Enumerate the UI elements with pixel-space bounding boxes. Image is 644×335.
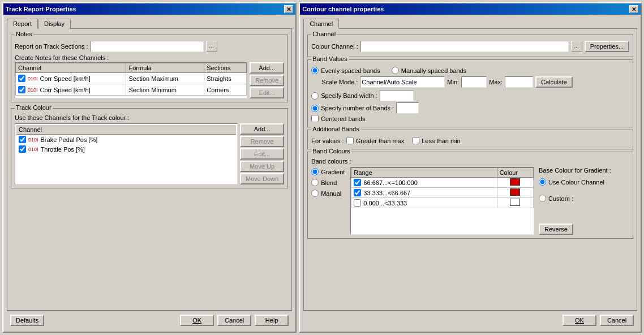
left-help-button[interactable]: Help: [255, 315, 289, 326]
tab-channel[interactable]: Channel: [303, 19, 339, 29]
table-row[interactable]: 010I Corr Speed [km/h] Section Minimum C…: [16, 84, 247, 96]
band-row3-colour-swatch[interactable]: [510, 199, 520, 206]
band-row-1[interactable]: 66.667...<=100.000: [351, 178, 534, 188]
band-row1-colour-swatch[interactable]: [510, 178, 520, 186]
track-report-close-button[interactable]: ✕: [284, 5, 293, 13]
manual-radio-row: Manual: [311, 190, 345, 197]
track-colour-title: Track Colour: [15, 104, 53, 111]
use-channels-label: Use these Channels for the Track colour …: [15, 114, 129, 121]
notes-row1-sections: Straights: [204, 73, 247, 84]
centered-bands-check[interactable]: [311, 115, 319, 122]
band-row-3[interactable]: 0.000...<33.333: [351, 198, 534, 208]
band-col-range: Range: [351, 168, 497, 178]
colour-row1-check[interactable]: [19, 136, 26, 143]
colour-list-header: Channel: [16, 125, 236, 135]
band-colours-label: Band colours :: [311, 158, 351, 165]
contour-close-button[interactable]: ✕: [629, 5, 638, 13]
contour-tab-content: Channel Colour Channel : Brake Pedal Pos…: [303, 28, 637, 311]
track-colour-group: Track Colour Use these Channels for the …: [11, 108, 288, 188]
table-row[interactable]: 010I Corr Speed [km/h] Section Maximum S…: [16, 73, 247, 84]
centered-bands-row: Centered bands: [311, 115, 629, 122]
colour-channel-browse[interactable]: …: [571, 41, 582, 52]
colour-move-down-button[interactable]: Move Down: [240, 173, 284, 184]
centered-bands-label: Centered bands: [321, 115, 365, 122]
left-cancel-button[interactable]: Cancel: [217, 315, 251, 326]
contour-title: Contour channel properties: [302, 6, 384, 12]
reverse-button[interactable]: Reverse: [539, 224, 573, 235]
track-report-content: Report Display Notes Report on Track Sec…: [3, 15, 295, 332]
max-input[interactable]: 100.0: [505, 76, 533, 88]
specify-numbands-radio[interactable]: [311, 105, 319, 112]
min-label: Min:: [447, 79, 459, 85]
specify-bandwidth-radio[interactable]: [311, 92, 319, 100]
colour-edit-button[interactable]: Edit...: [240, 148, 284, 160]
right-cancel-button[interactable]: Cancel: [600, 315, 634, 326]
notes-row2-check[interactable]: [18, 86, 25, 93]
left-ok-button[interactable]: OK: [180, 315, 214, 326]
notes-table: Channel Formula Sections: [15, 63, 247, 96]
tab-report[interactable]: Report: [7, 19, 38, 29]
gradient-options: Gradient Blend Manual: [311, 167, 347, 235]
band-row-2[interactable]: 33.333...<66.667: [351, 188, 534, 198]
notes-add-button[interactable]: Add...: [250, 62, 284, 74]
colour-row-1[interactable]: 010I Brake Pedal Pos [%]: [16, 135, 236, 144]
band-row1-check[interactable]: [354, 179, 361, 186]
gradient-label: Gradient: [321, 169, 345, 175]
additional-bands-title: Additional Bands: [311, 126, 360, 132]
base-colour-label: Base Colour for Gradient :: [539, 167, 629, 174]
additional-bands-row: For values : Greater than max Less than …: [311, 137, 629, 144]
manual-radio[interactable]: [311, 190, 319, 197]
notes-row1-check[interactable]: [18, 75, 25, 82]
colour-row2-check[interactable]: [19, 145, 26, 153]
colour-add-button[interactable]: Add...: [240, 123, 284, 135]
scale-mode-dropdown-wrapper: Channel/Auto Scale: [360, 76, 445, 88]
track-report-title: Track Report Properties: [6, 6, 76, 12]
band-table: Range Colour: [351, 168, 534, 208]
less-than-min-check[interactable]: [412, 137, 419, 144]
min-input[interactable]: 0.00: [461, 76, 487, 88]
report-on-browse-button[interactable]: …: [206, 41, 217, 52]
create-notes-label: Create Notes for these Channels :: [15, 54, 109, 61]
specify-numbands-input[interactable]: 3: [396, 102, 419, 114]
custom-label: Custom :: [548, 195, 573, 202]
colour-channel-input[interactable]: Brake Pedal Pos [%]: [360, 41, 569, 52]
blend-radio[interactable]: [311, 179, 319, 186]
calculate-button[interactable]: Calculate: [535, 76, 573, 88]
use-colour-channel-radio[interactable]: [539, 178, 546, 186]
scale-mode-row: Scale Mode : Channel/Auto Scale Min: 0.0…: [311, 76, 629, 88]
colour-remove-button[interactable]: Remove: [240, 136, 284, 147]
notes-remove-button[interactable]: Remove: [250, 75, 284, 86]
colour-row1-channel: Brake Pedal Pos [%]: [41, 136, 98, 143]
specify-bandwidth-input[interactable]: 33.33: [380, 90, 414, 101]
defaults-button[interactable]: Defaults: [10, 315, 44, 326]
left-ok-label: OK: [192, 317, 201, 324]
colour-row-2[interactable]: 010I Throttle Pos [%]: [16, 144, 236, 154]
notes-edit-button[interactable]: Edit...: [250, 87, 284, 98]
notes-row1-channel: Corr Speed [km/h]: [40, 75, 91, 82]
specify-bandwidth-label: Specify Band width :: [321, 92, 377, 99]
max-label: Max:: [489, 79, 503, 85]
manually-spaced-radio[interactable]: [392, 67, 399, 74]
contour-content: Channel Channel Colour Channel : Brake P…: [300, 15, 641, 332]
properties-button[interactable]: Properties...: [585, 41, 629, 52]
blend-radio-row: Blend: [311, 179, 345, 186]
notes-row1-formula: Section Maximum: [126, 73, 204, 84]
band-row1-colour-cell: [497, 178, 533, 188]
right-dialog-bottom: OK Cancel: [303, 311, 637, 328]
scale-mode-select[interactable]: Channel/Auto Scale: [360, 76, 445, 88]
right-ok-button[interactable]: OK: [563, 315, 596, 326]
greater-than-max-check[interactable]: [346, 137, 354, 144]
custom-radio[interactable]: [539, 195, 546, 202]
colour-move-up-button[interactable]: Move Up: [240, 161, 284, 172]
band-row2-colour-swatch[interactable]: [510, 188, 520, 196]
evenly-spaced-radio[interactable]: [311, 67, 319, 74]
band-colours-group-title: Band Colours: [311, 148, 351, 154]
gradient-radio[interactable]: [311, 168, 319, 175]
band-values-title: Band Values: [311, 55, 349, 62]
band-row3-check[interactable]: [354, 199, 361, 207]
band-row2-check[interactable]: [354, 189, 361, 196]
notes-row2-sections: Corners: [204, 84, 247, 96]
band-row2-range: 33.333...<66.667: [363, 190, 410, 196]
tab-display[interactable]: Display: [38, 19, 71, 29]
report-on-input[interactable]: Default: [91, 41, 204, 52]
